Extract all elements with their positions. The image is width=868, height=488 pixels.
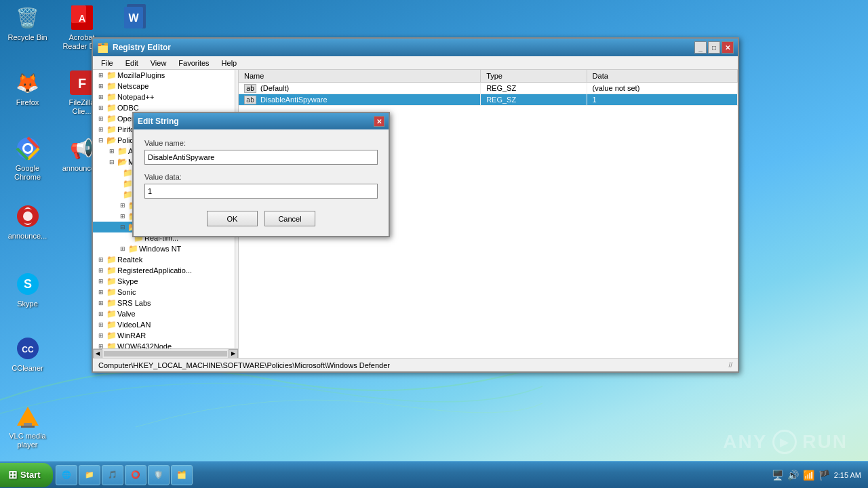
dialog-titlebar: Edit String ✕ bbox=[134, 113, 389, 129]
value-name-label: Value name: bbox=[144, 139, 378, 147]
ok-button[interactable]: OK bbox=[207, 211, 258, 226]
edit-string-dialog: Edit String ✕ Value name: Value data: OK… bbox=[132, 112, 390, 237]
cancel-button[interactable]: Cancel bbox=[264, 211, 315, 226]
value-data-label: Value data: bbox=[144, 173, 378, 181]
dialog-body: Value name: Value data: OK Cancel bbox=[134, 129, 389, 236]
value-data-input[interactable] bbox=[144, 184, 378, 199]
value-name-input[interactable] bbox=[144, 150, 378, 165]
dialog-buttons: OK Cancel bbox=[144, 211, 378, 226]
dialog-close-button[interactable]: ✕ bbox=[374, 116, 384, 127]
dialog-overlay: Edit String ✕ Value name: Value data: OK… bbox=[0, 0, 868, 488]
dialog-title: Edit String bbox=[138, 117, 374, 126]
